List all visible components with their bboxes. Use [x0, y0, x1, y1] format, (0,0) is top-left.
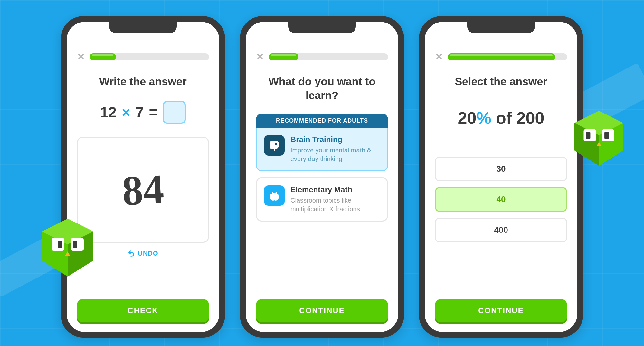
recommended-banner: RECOMMENDED FOR ADULTS: [256, 114, 388, 128]
continue-button[interactable]: CONTINUE: [256, 299, 388, 322]
undo-icon: [128, 250, 135, 257]
expr-of: of: [491, 109, 516, 127]
answer-option[interactable]: 30: [435, 157, 567, 181]
phone-write-answer: ✕ Write the answer 12 × 7 = 84 UNDO: [61, 16, 225, 338]
expression: 20% of 200: [435, 108, 567, 128]
phone-notch: [109, 21, 177, 33]
equation-b: 7: [136, 104, 144, 121]
card-title: Brain Training: [290, 135, 380, 144]
check-button[interactable]: CHECK: [77, 299, 209, 322]
card-elementary-math[interactable]: Elementary Math Classroom topics like mu…: [256, 177, 388, 222]
scratchpad-value: 84: [121, 164, 165, 215]
apple-icon: [264, 185, 285, 206]
card-desc: Improve your mental math & every day thi…: [290, 146, 380, 163]
close-icon[interactable]: ✕: [435, 52, 443, 62]
card-desc: Classroom topics like multiplication & f…: [290, 196, 380, 214]
phone-select-answer: ✕ Select the answer 20% of 200 30 40 400…: [419, 16, 583, 338]
continue-button[interactable]: CONTINUE: [435, 299, 567, 322]
top-bar: ✕: [77, 52, 209, 62]
percent-sign: %: [476, 109, 491, 127]
card-brain-training[interactable]: Brain Training Improve your mental math …: [256, 128, 388, 171]
cta-label: CONTINUE: [299, 306, 345, 315]
svg-rect-15: [604, 132, 609, 139]
svg-rect-6: [58, 241, 62, 248]
close-icon[interactable]: ✕: [77, 52, 85, 62]
mascot-cube-icon: [568, 108, 630, 169]
svg-rect-7: [73, 241, 77, 248]
cta-label: CONTINUE: [478, 306, 524, 315]
prompt-text: Write the answer: [77, 75, 209, 88]
progress-bar: [90, 53, 209, 60]
svg-rect-14: [586, 132, 590, 139]
equals-sign: =: [149, 104, 157, 121]
multiply-icon: ×: [122, 104, 130, 121]
equation: 12 × 7 =: [77, 101, 209, 124]
prompt-text: What do you want to learn?: [256, 75, 388, 102]
brain-icon: [264, 135, 285, 156]
cta-label: CHECK: [128, 306, 158, 315]
mascot-cube-icon: [35, 215, 100, 280]
undo-label: UNDO: [138, 250, 158, 257]
close-icon[interactable]: ✕: [256, 52, 264, 62]
expr-m: 200: [516, 109, 545, 127]
progress-fill: [90, 53, 116, 60]
top-bar: ✕: [256, 52, 388, 62]
progress-fill: [269, 53, 298, 60]
svg-point-0: [275, 143, 277, 145]
answer-input[interactable]: [163, 101, 186, 124]
answer-option-selected[interactable]: 40: [435, 187, 567, 212]
prompt-text: Select the answer: [435, 75, 567, 88]
card-title: Elementary Math: [290, 185, 380, 194]
equation-a: 12: [100, 104, 117, 121]
phone-choose-topic: ✕ What do you want to learn? RECOMMENDED…: [240, 16, 404, 338]
progress-bar: [269, 53, 388, 60]
progress-bar: [448, 53, 567, 60]
phone-notch: [288, 21, 356, 33]
answer-list: 30 40 400: [435, 157, 567, 242]
expr-n: 20: [458, 109, 477, 127]
answer-option[interactable]: 400: [435, 218, 567, 242]
phone-notch: [467, 21, 535, 33]
top-bar: ✕: [435, 52, 567, 62]
progress-fill: [448, 53, 555, 60]
